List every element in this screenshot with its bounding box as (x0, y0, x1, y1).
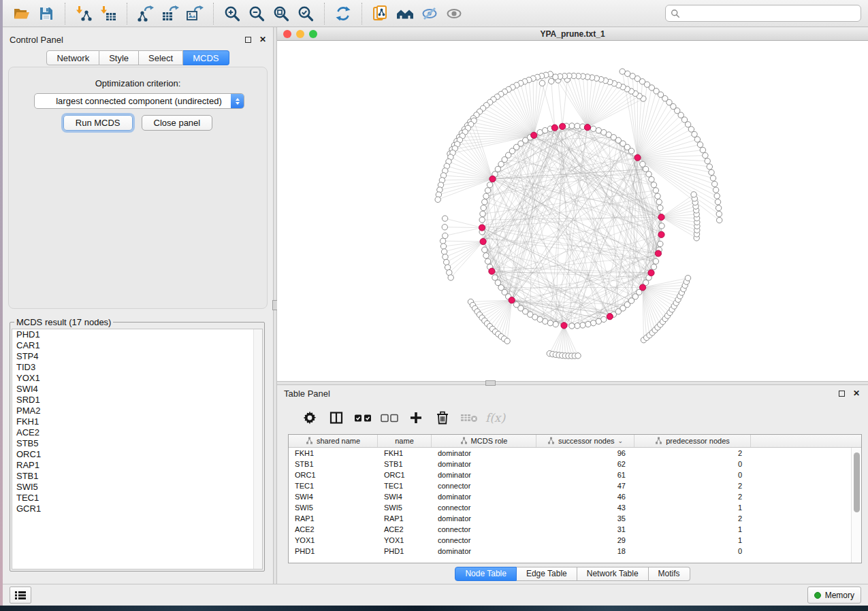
table-cell[interactable]: connector (432, 503, 536, 512)
table-row[interactable]: ORC1ORC1dominator610 (289, 469, 861, 480)
import-network-button[interactable] (71, 2, 96, 25)
mcds-result-item[interactable]: STB1 (12, 471, 262, 482)
mcds-result-item[interactable]: SRD1 (12, 395, 262, 406)
column-header-name[interactable]: name (378, 435, 432, 447)
mcds-result-item[interactable]: ORC1 (12, 449, 262, 460)
hide-overview-button[interactable] (417, 2, 442, 25)
import-table-button[interactable] (96, 2, 120, 25)
table-cell[interactable]: connector (432, 482, 536, 490)
table-cell[interactable]: RAP1 (289, 514, 378, 523)
table-cell[interactable]: RAP1 (378, 514, 432, 523)
float-panel-icon[interactable] (245, 37, 251, 43)
close-panel-icon[interactable]: ✕ (853, 389, 860, 397)
deselect-all-columns-button[interactable] (376, 406, 402, 430)
table-cell[interactable]: 18 (536, 547, 634, 555)
column-header-mcds-role[interactable]: MCDS role (432, 435, 536, 447)
tab-edge-table[interactable]: Edge Table (517, 567, 577, 581)
table-cell[interactable]: 0 (634, 471, 751, 479)
table-cell[interactable]: 29 (536, 536, 634, 544)
table-cell[interactable]: 61 (536, 471, 634, 479)
table-cell[interactable]: SWI5 (378, 503, 432, 512)
log-console-button[interactable] (10, 587, 31, 604)
table-row[interactable]: RAP1RAP1dominator352 (289, 513, 861, 524)
table-cell[interactable]: PHD1 (289, 547, 378, 555)
table-cell[interactable]: 2 (634, 493, 751, 501)
table-cell[interactable]: TEC1 (289, 482, 378, 490)
mcds-result-item[interactable]: SWI4 (12, 384, 262, 395)
table-cell[interactable]: 35 (536, 514, 634, 523)
table-cell[interactable]: PHD1 (378, 547, 432, 555)
scrollbar-thumb[interactable] (854, 452, 860, 512)
apply-layout-button[interactable] (331, 2, 355, 25)
table-cell[interactable]: 1 (634, 503, 751, 512)
mcds-result-list[interactable]: PHD1CAR1STP4TID3YOX1SWI4SRD1PMA2FKH1ACE2… (12, 329, 263, 569)
table-cell[interactable]: ACE2 (289, 525, 378, 533)
table-cell[interactable]: ORC1 (289, 471, 378, 479)
table-cell[interactable]: ACE2 (378, 525, 432, 533)
show-graphics-button[interactable] (442, 2, 466, 25)
table-cell[interactable]: SWI4 (378, 493, 432, 501)
table-cell[interactable]: 2 (634, 449, 751, 457)
save-session-button[interactable] (34, 2, 59, 25)
table-row[interactable]: TEC1TEC1connector472 (289, 480, 861, 491)
zoom-out-button[interactable] (244, 2, 269, 25)
mcds-result-item[interactable]: CAR1 (12, 340, 262, 351)
tab-network-table[interactable]: Network Table (577, 567, 649, 581)
show-all-panels-button[interactable] (393, 2, 417, 25)
table-cell[interactable]: 47 (536, 482, 634, 490)
table-cell[interactable]: ORC1 (378, 471, 432, 479)
select-all-columns-button[interactable] (349, 406, 376, 430)
table-row[interactable]: PHD1PHD1dominator180 (289, 546, 861, 557)
tab-select[interactable]: Select (139, 50, 183, 65)
show-column-panel-button[interactable] (323, 406, 349, 430)
table-row[interactable]: SWI4SWI4dominator462 (289, 491, 861, 502)
mcds-result-item[interactable]: PMA2 (12, 406, 262, 416)
mcds-result-item[interactable]: YOX1 (12, 373, 262, 384)
column-header-predecessor-nodes[interactable]: predecessor nodes (634, 435, 751, 447)
table-settings-button[interactable] (296, 406, 323, 430)
horizontal-splitter[interactable] (277, 381, 868, 385)
table-scrollbar[interactable] (851, 448, 861, 563)
tab-node-table[interactable]: Node Table (455, 567, 517, 581)
network-titlebar[interactable]: YPA_prune.txt_1 (277, 27, 868, 41)
new-network-from-selection-button[interactable] (368, 2, 393, 25)
table-cell[interactable]: YOX1 (378, 536, 432, 544)
table-row[interactable]: STB1STB1dominator620 (289, 459, 861, 469)
export-network-button[interactable] (133, 2, 158, 25)
table-cell[interactable]: YOX1 (289, 536, 378, 544)
table-cell[interactable]: dominator (432, 471, 536, 479)
table-cell[interactable]: dominator (432, 547, 536, 555)
tab-motifs[interactable]: Motifs (649, 567, 690, 581)
table-cell[interactable]: 62 (536, 460, 634, 468)
column-header-shared-name[interactable]: shared name (289, 435, 378, 447)
table-cell[interactable]: connector (432, 525, 536, 533)
export-image-button[interactable] (182, 2, 207, 25)
mcds-result-item[interactable]: STB5 (12, 438, 262, 449)
table-cell[interactable]: FKH1 (378, 449, 432, 457)
zoom-selected-button[interactable] (293, 2, 318, 25)
mcds-result-item[interactable]: SWI5 (12, 482, 262, 493)
table-row[interactable]: YOX1YOX1connector291 (289, 535, 861, 546)
criterion-dropdown[interactable]: largest connected component (undirected) (34, 93, 244, 109)
mcds-result-item[interactable]: FKH1 (12, 416, 262, 427)
table-cell[interactable]: 1 (634, 536, 751, 544)
tab-style[interactable]: Style (99, 50, 139, 65)
table-row[interactable]: FKH1FKH1dominator962 (289, 448, 861, 459)
table-cell[interactable]: 0 (634, 460, 751, 468)
mcds-result-item[interactable]: ACE2 (12, 427, 262, 438)
table-cell[interactable]: connector (432, 536, 536, 544)
export-table-button[interactable] (158, 2, 182, 25)
run-mcds-button[interactable]: Run MCDS (63, 115, 133, 131)
mcds-result-item[interactable]: STP4 (12, 351, 262, 362)
table-cell[interactable]: 43 (536, 503, 634, 512)
delete-column-button[interactable] (429, 406, 455, 430)
zoom-fit-button[interactable] (269, 2, 293, 25)
table-cell[interactable]: 2 (634, 482, 751, 490)
table-row[interactable]: ACE2ACE2connector311 (289, 524, 861, 535)
table-cell[interactable]: 2 (634, 514, 751, 523)
tab-network[interactable]: Network (46, 50, 99, 65)
table-cell[interactable]: dominator (432, 449, 536, 457)
create-column-button[interactable] (402, 406, 429, 430)
mcds-result-item[interactable]: TEC1 (12, 493, 262, 503)
open-session-button[interactable] (10, 2, 34, 25)
